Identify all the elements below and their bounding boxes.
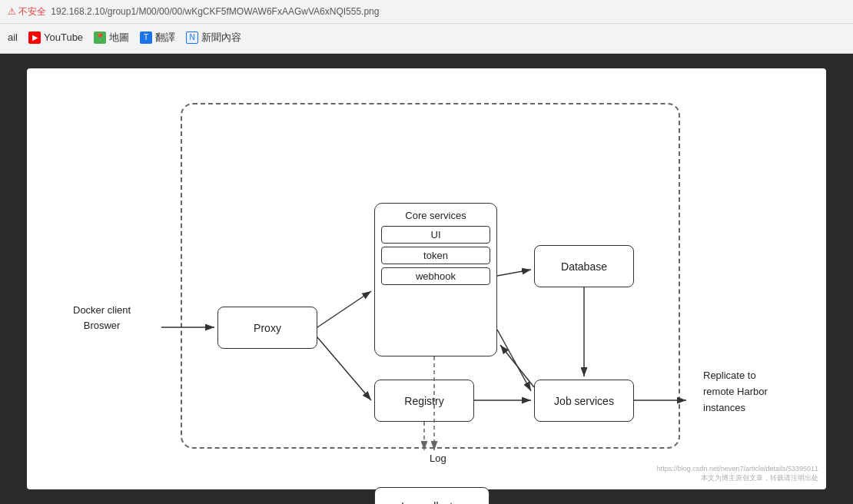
youtube-icon: ▶ (28, 32, 41, 44)
registry-box: Registry (374, 380, 474, 422)
job-services-box: Job services (534, 380, 634, 422)
watermark: https://blog.csdn.net/neven7/article/det… (657, 464, 818, 483)
database-label: Database (561, 260, 607, 273)
replicate-line1: Replicate to (703, 368, 803, 384)
docker-client-line1: Docker client (73, 303, 131, 318)
address-bar: ⚠ 不安全 192.168.2.10/group1/M00/00/00/wKgC… (0, 0, 853, 23)
translate-label: 翻譯 (155, 31, 175, 45)
docker-client-label: Docker client Broswer (73, 303, 131, 333)
bookmark-maps[interactable]: 📍 地圖 (94, 31, 129, 45)
maps-icon: 📍 (94, 32, 106, 44)
bookmarks-bar: ail ▶ YouTube 📍 地圖 T 翻譯 N 新聞內容 (0, 23, 853, 51)
browser-chrome: ⚠ 不安全 192.168.2.10/group1/M00/00/00/wKgC… (0, 0, 853, 54)
core-service-webhook: webhook (381, 267, 490, 285)
docker-client-line2: Broswer (73, 318, 131, 333)
replicate-line2: remote Harbor (703, 384, 803, 400)
core-service-token: token (381, 247, 490, 264)
core-service-ui: UI (381, 226, 490, 244)
youtube-label: YouTube (44, 32, 83, 43)
maps-label: 地圖 (109, 31, 129, 45)
bookmark-translate[interactable]: T 翻譯 (140, 31, 175, 45)
diagram-card: Docker client Broswer Proxy Core service… (27, 68, 826, 489)
log-collector-label: Log collector (401, 500, 462, 504)
insecure-label: ⚠ 不安全 (8, 5, 46, 18)
log-collector-box: Log collector (374, 487, 490, 504)
bookmark-youtube[interactable]: ▶ YouTube (28, 32, 83, 44)
watermark-line2: 本文为博主原创文章，转载请注明出处 (657, 473, 818, 483)
proxy-label: Proxy (254, 322, 281, 334)
translate-icon: T (140, 32, 152, 44)
registry-label: Registry (404, 395, 443, 407)
news-icon: N (186, 32, 198, 44)
mail-label: ail (8, 32, 18, 43)
bookmark-news[interactable]: N 新聞內容 (186, 31, 241, 45)
content-area: Docker client Broswer Proxy Core service… (0, 54, 853, 504)
core-services-items: UI token webhook (381, 226, 490, 285)
bookmark-mail[interactable]: ail (8, 32, 18, 43)
proxy-box: Proxy (217, 307, 317, 349)
replicate-text: Replicate to remote Harbor instances (703, 368, 803, 416)
job-services-label: Job services (554, 395, 614, 407)
log-label: Log (430, 453, 446, 464)
watermark-line1: https://blog.csdn.net/neven7/article/det… (657, 464, 818, 474)
diagram: Docker client Broswer Proxy Core service… (27, 68, 826, 489)
news-label: 新聞內容 (201, 31, 241, 45)
core-services-title: Core services (381, 210, 490, 221)
url-display: 192.168.2.10/group1/M00/00/00/wKgCKF5fMO… (51, 6, 379, 17)
core-services-box: Core services UI token webhook (374, 203, 497, 356)
database-box: Database (534, 245, 634, 287)
replicate-line3: instances (703, 400, 803, 416)
